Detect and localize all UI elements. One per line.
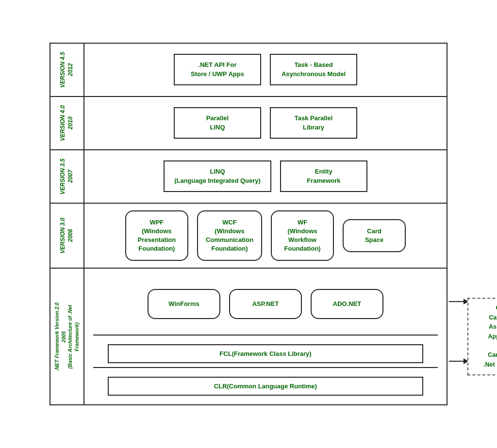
arrow-top-line [449,301,464,302]
arrow-top-head [464,299,468,304]
version-label-v30: VERSION 3.02006 [50,204,84,268]
box-adonet: ADO.NET [311,289,383,319]
bottom-fcl-row: FCL(Framework Class Library) [93,340,438,368]
side-annotation: Can BeCategorizedAs Types OfApplications… [449,269,497,404]
bottom-section: WinForms ASP.NET ADO.NET FCL(Framework C… [84,269,447,404]
row-content-v45: .NET API ForStore / UWP Apps Task - Base… [84,44,447,96]
bottom-apps-row: WinForms ASP.NET ADO.NET [93,273,438,336]
side-dashed-box: Can BeCategorizedAs Types OfApplications… [467,298,497,376]
box-wf: WF(WindowsWorkflowFoundation) [271,210,334,261]
arrow-bottom-line [449,361,464,362]
version-label-v40: VERSION 4.02010 [50,97,84,149]
version-label-v20: .NET Framework Version 2.02005(Basic Arc… [50,269,84,404]
box-parallel-linq: ParallelLINQ [174,107,261,138]
bottom-clr-row: CLR(Common Language Runtime) [93,373,438,400]
arrow-bottom [449,358,468,364]
row-content-v30: WPF(WindowsPresentationFoundation) WCF(W… [84,204,447,268]
box-winforms: WinForms [148,289,220,319]
version-label-v35: VERSION 3.52007 [50,150,84,203]
main-table: VERSION 4.52012 .NET API ForStore / UWP … [50,43,447,406]
version-text-v45: VERSION 4.52012 [59,52,74,88]
row-content-v40: ParallelLINQ Task ParallelLibrary [84,97,447,149]
box-net-api: .NET API ForStore / UWP Apps [174,54,261,85]
box-task-parallel: Task ParallelLibrary [270,107,357,138]
box-wcf: WCF(WindowsCommunicationFoundation) [197,210,262,261]
version-text-v40: VERSION 4.02010 [59,105,74,141]
arrow-top [449,299,468,304]
row-v20: .NET Framework Version 2.02005(Basic Arc… [50,269,447,404]
row-content-v35: LINQ(Language Integrated Query) EntityFr… [84,150,447,203]
box-wpf: WPF(WindowsPresentationFoundation) [125,210,188,261]
box-entity-framework: EntityFramework [280,160,367,192]
version-label-v45: VERSION 4.52012 [50,44,84,96]
version-text-v20: .NET Framework Version 2.02005(Basic Arc… [54,303,81,371]
row-v45: VERSION 4.52012 .NET API ForStore / UWP … [50,44,447,97]
box-card-space: CardSpace [343,219,406,252]
version-text-v35: VERSION 3.52007 [59,159,74,194]
box-task-based: Task - BasedAsynchronous Model [270,54,357,85]
box-clr: CLR(Common Language Runtime) [108,377,423,396]
version-text-v30: VERSION 3.02006 [59,218,74,254]
row-v40: VERSION 4.02010 ParallelLINQ Task Parall… [50,97,447,150]
row-v30: VERSION 3.02006 WPF(WindowsPresentationF… [50,204,447,269]
diagram-outer: VERSION 4.52012 .NET API ForStore / UWP … [50,43,447,406]
box-linq: LINQ(Language Integrated Query) [164,160,271,192]
box-fcl: FCL(Framework Class Library) [108,344,423,363]
box-aspnet: ASP.NET [229,289,302,319]
row-v35: VERSION 3.52007 LINQ(Language Integrated… [50,150,447,204]
arrow-bottom-head [464,358,468,364]
